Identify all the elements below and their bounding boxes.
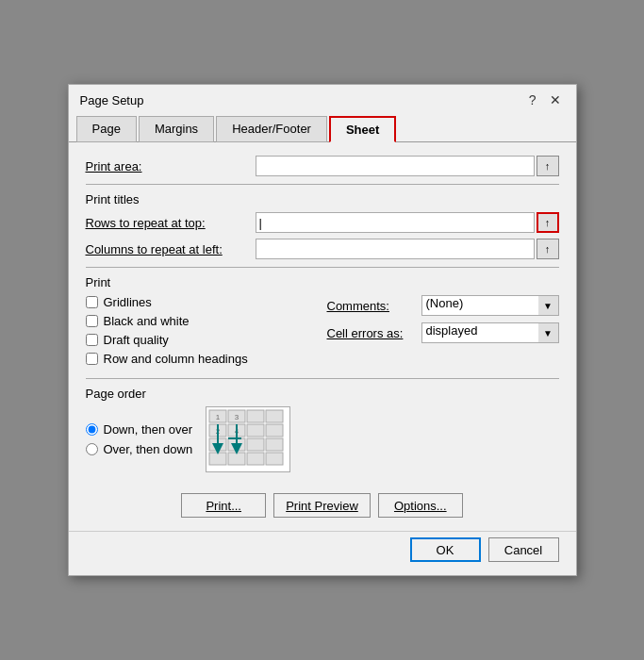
svg-rect-10 — [247, 438, 264, 451]
cell-errors-dropdown-wrap: displayed ▼ — [421, 322, 559, 343]
rows-repeat-input-wrap: ↑ — [256, 212, 559, 233]
help-icon[interactable]: ? — [525, 92, 540, 107]
comments-value: (None) — [421, 295, 538, 316]
svg-rect-13 — [228, 453, 245, 465]
svg-rect-3 — [266, 410, 283, 422]
rows-repeat-label: Rows to repeat at top: — [86, 216, 256, 230]
cell-errors-dropdown-arrow[interactable]: ▼ — [538, 322, 559, 343]
over-then-down-label: Over, then down — [104, 442, 193, 456]
print-titles-label: Print titles — [86, 192, 559, 206]
black-white-label: Black and white — [104, 314, 190, 328]
svg-rect-15 — [266, 453, 283, 465]
page-order-inner: Down, then over Over, then down — [86, 406, 559, 472]
down-then-over-label: Down, then over — [104, 422, 193, 437]
print-area-label: Print area: — [86, 159, 256, 173]
print-section: Print Gridlines Black and white Draft qu… — [86, 275, 559, 371]
svg-rect-2 — [247, 410, 264, 422]
draft-quality-checkbox[interactable] — [86, 334, 98, 346]
row-col-headings-row: Row and column headings — [86, 352, 318, 366]
comments-dropdown-arrow[interactable]: ▼ — [538, 295, 559, 316]
cell-errors-label: Cell errors as: — [327, 326, 421, 340]
svg-rect-6 — [247, 424, 264, 437]
close-icon[interactable]: ✕ — [546, 92, 565, 107]
print-preview-button[interactable]: Print Preview — [273, 493, 371, 518]
tab-margins[interactable]: Margins — [139, 116, 214, 142]
comments-dropdown-wrap: (None) ▼ — [421, 295, 559, 316]
print-area-row: Print area: ↑ — [86, 156, 559, 176]
cell-errors-value: displayed — [421, 322, 538, 343]
comments-label: Comments: — [327, 299, 421, 313]
gridlines-label: Gridlines — [104, 295, 152, 309]
comments-row: Comments: (None) ▼ — [327, 295, 559, 316]
down-then-over-radio[interactable] — [86, 423, 98, 436]
page-setup-dialog: Page Setup ? ✕ Page Margins Header/Foote… — [68, 84, 577, 576]
ok-button[interactable]: OK — [410, 537, 481, 562]
page-order-diagram: 1 3 2 4 — [206, 406, 290, 472]
rows-repeat-collapse-btn[interactable]: ↑ — [537, 212, 559, 233]
print-titles-section: Print titles Rows to repeat at top: ↑ Co… — [86, 192, 559, 259]
cols-repeat-input[interactable] — [256, 239, 535, 259]
gridlines-row: Gridlines — [86, 295, 318, 309]
draft-quality-row: Draft quality — [86, 333, 318, 347]
svg-rect-11 — [266, 438, 283, 451]
tab-sheet[interactable]: Sheet — [329, 116, 396, 142]
cols-repeat-collapse-btn[interactable]: ↑ — [537, 239, 559, 259]
dialog-footer: OK Cancel — [69, 531, 576, 575]
rows-repeat-input[interactable] — [256, 212, 535, 233]
cols-repeat-row: Columns to repeat at left: ↑ — [86, 239, 559, 259]
cols-repeat-input-wrap: ↑ — [256, 239, 559, 259]
row-col-headings-checkbox[interactable] — [86, 353, 98, 365]
black-white-checkbox[interactable] — [86, 315, 98, 327]
page-order-section: Page order Down, then over Over, then do… — [86, 387, 559, 472]
down-then-over-row: Down, then over — [86, 422, 193, 437]
cancel-button[interactable]: Cancel — [488, 537, 559, 562]
rows-repeat-row: Rows to repeat at top: ↑ — [86, 212, 559, 233]
tab-header-footer[interactable]: Header/Footer — [216, 116, 327, 142]
svg-rect-12 — [209, 453, 226, 465]
page-order-label: Page order — [86, 387, 559, 401]
tab-bar: Page Margins Header/Footer Sheet — [69, 115, 576, 142]
svg-text:1: 1 — [216, 413, 221, 421]
over-then-down-radio[interactable] — [86, 443, 98, 455]
row-col-headings-label: Row and column headings — [104, 352, 248, 366]
print-section-label: Print — [86, 275, 559, 289]
print-section-inner: Gridlines Black and white Draft quality … — [86, 295, 559, 371]
page-order-radios: Down, then over Over, then down — [86, 422, 193, 456]
order-diagram-svg: 1 3 2 4 — [207, 408, 289, 470]
options-button[interactable]: Options... — [378, 493, 463, 518]
dialog-content: Print area: ↑ Print titles Rows to repea… — [69, 142, 576, 484]
print-area-input-wrap: ↑ — [256, 156, 559, 176]
title-bar: Page Setup ? ✕ — [69, 85, 576, 111]
print-area-collapse-btn[interactable]: ↑ — [537, 156, 559, 176]
cell-errors-row: Cell errors as: displayed ▼ — [327, 322, 559, 343]
print-button[interactable]: Print... — [181, 493, 266, 518]
black-white-row: Black and white — [86, 314, 318, 328]
cols-repeat-label: Columns to repeat at left: — [86, 242, 256, 256]
print-area-input[interactable] — [256, 156, 535, 176]
dialog-title: Page Setup — [80, 93, 144, 107]
over-then-down-row: Over, then down — [86, 442, 193, 456]
footer-action-buttons: Print... Print Preview Options... — [69, 484, 576, 531]
svg-rect-7 — [266, 424, 283, 437]
print-checkboxes: Gridlines Black and white Draft quality … — [86, 295, 318, 371]
title-bar-controls: ? ✕ — [525, 92, 565, 107]
print-right-panel: Comments: (None) ▼ Cell errors as: displ… — [318, 295, 559, 371]
svg-text:3: 3 — [235, 413, 239, 421]
gridlines-checkbox[interactable] — [86, 296, 98, 308]
svg-rect-14 — [247, 453, 264, 465]
draft-quality-label: Draft quality — [104, 333, 169, 347]
tab-page[interactable]: Page — [76, 116, 137, 142]
